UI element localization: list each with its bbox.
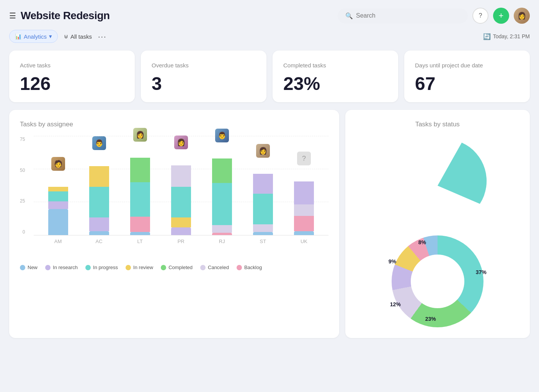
x-label-st: ST bbox=[253, 238, 273, 244]
avatar-uk: ? bbox=[297, 152, 311, 165]
bar-pr-inprogress bbox=[171, 187, 191, 217]
avatar-rj: 👨 bbox=[215, 129, 229, 142]
bar-st-canceled bbox=[253, 224, 273, 232]
bar-rj-canceled bbox=[212, 225, 232, 233]
legend-label-canceled: Canceled bbox=[208, 265, 229, 270]
analytics-icon: 📊 bbox=[15, 33, 21, 39]
x-label-ac: AC bbox=[89, 238, 109, 244]
avatar-lt: 👩 bbox=[133, 128, 147, 142]
sync-info: 🔄 Today, 2:31 PM bbox=[483, 33, 530, 40]
bar-chart-title: Tasks by assignee bbox=[20, 121, 328, 128]
bar-group-st: 👩 bbox=[253, 158, 273, 235]
bar-ac-new bbox=[89, 231, 109, 235]
bar-chart-card: Tasks by assignee 75 50 25 0 bbox=[9, 110, 339, 338]
bar-group-pr: 👩 bbox=[171, 150, 191, 235]
legend-new: New bbox=[20, 265, 38, 270]
charts-grid: Tasks by assignee 75 50 25 0 bbox=[9, 110, 530, 338]
bar-group-rj: 👨 bbox=[212, 143, 232, 235]
bar-stack-pr bbox=[171, 165, 191, 235]
y-label-50: 50 bbox=[20, 168, 25, 173]
header-right: 🔍 ? + 👩 bbox=[338, 8, 530, 24]
bar-stack-ac bbox=[89, 166, 109, 235]
search-bar[interactable]: 🔍 bbox=[338, 8, 468, 23]
donut-chart bbox=[388, 136, 487, 235]
bar-ac-inprogress bbox=[89, 187, 109, 217]
stat-card-completed: Completed tasks 23% bbox=[273, 51, 398, 102]
analytics-label: Analytics bbox=[24, 33, 47, 40]
bar-lt-new bbox=[130, 232, 150, 235]
analytics-button[interactable]: 📊 Analytics ▾ bbox=[9, 30, 58, 43]
bar-st-inresearch bbox=[253, 174, 273, 194]
search-icon: 🔍 bbox=[345, 12, 353, 20]
bar-stack-am bbox=[48, 187, 68, 235]
donut-label-completed: 23% bbox=[425, 316, 436, 322]
legend-dot-inresearch bbox=[45, 265, 51, 270]
stats-grid: Active tasks 126 Overdue tasks 3 Complet… bbox=[9, 51, 530, 102]
avatar-am: 🧑 bbox=[51, 157, 65, 171]
bar-rj-backlog bbox=[212, 233, 232, 235]
donut-label-inreview: 8% bbox=[418, 239, 426, 245]
more-button[interactable]: ··· bbox=[98, 32, 107, 41]
x-label-pr: PR bbox=[171, 238, 191, 244]
help-button[interactable]: ? bbox=[472, 8, 488, 24]
app-container: ☰ Website Redesign 🔍 ? + 👩 📊 Analytics bbox=[0, 0, 539, 392]
y-label-25: 25 bbox=[20, 198, 25, 204]
y-label-75: 75 bbox=[20, 137, 25, 142]
bar-am-inresearch bbox=[48, 201, 68, 209]
search-input[interactable] bbox=[356, 12, 460, 19]
stat-value-completed: 23% bbox=[283, 75, 387, 93]
sync-icon: 🔄 bbox=[483, 33, 491, 40]
bar-uk-backlog bbox=[294, 216, 314, 231]
x-labels: AM AC LT PR RJ ST UK bbox=[34, 235, 328, 244]
x-label-am: AM bbox=[48, 238, 68, 244]
stat-value-active: 126 bbox=[20, 75, 124, 93]
bar-chart-container: 75 50 25 0 bbox=[20, 136, 328, 258]
sync-time: Today, 2:31 PM bbox=[493, 33, 530, 39]
stat-label-active: Active tasks bbox=[20, 61, 124, 69]
donut-label-canceled: 12% bbox=[390, 301, 401, 307]
bar-am-new bbox=[48, 209, 68, 235]
x-label-lt: LT bbox=[130, 238, 150, 244]
filter-label: All tasks bbox=[70, 33, 92, 40]
bar-stack-uk bbox=[294, 181, 314, 235]
toolbar-left: 📊 Analytics ▾ ⊍ All tasks ··· bbox=[9, 30, 107, 43]
legend-canceled: Canceled bbox=[200, 265, 229, 270]
filter-button[interactable]: ⊍ All tasks bbox=[64, 33, 92, 40]
filter-icon: ⊍ bbox=[64, 33, 68, 40]
stat-card-active: Active tasks 126 bbox=[9, 51, 135, 102]
bar-group-uk: ? bbox=[294, 166, 314, 235]
bar-am-inprogress bbox=[48, 191, 68, 201]
donut-chart-title: Tasks by status bbox=[415, 121, 460, 128]
legend-dot-backlog bbox=[237, 265, 242, 270]
bar-rj-inprogress bbox=[212, 183, 232, 225]
bar-pr-canceled bbox=[171, 165, 191, 187]
menu-icon[interactable]: ☰ bbox=[9, 11, 16, 20]
bar-pr-inresearch bbox=[171, 227, 191, 235]
y-label-0: 0 bbox=[23, 229, 25, 235]
bar-group-ac: 👨 bbox=[89, 151, 109, 235]
bar-lt-backlog bbox=[130, 217, 150, 232]
bar-group-lt: 👩 bbox=[130, 142, 150, 235]
stat-label-overdue: Overdue tasks bbox=[152, 61, 256, 69]
legend-label-inreview: In review bbox=[133, 265, 153, 270]
donut-hole bbox=[411, 255, 464, 308]
legend-dot-completed bbox=[161, 265, 166, 270]
bar-pr-inreview bbox=[171, 217, 191, 227]
legend-inprogress: In progress bbox=[85, 265, 118, 270]
donut-label-inresearch: 9% bbox=[389, 258, 396, 265]
legend-dot-new bbox=[20, 265, 25, 270]
help-icon: ? bbox=[479, 12, 482, 19]
user-avatar[interactable]: 👩 bbox=[514, 8, 530, 24]
x-label-rj: RJ bbox=[212, 238, 232, 244]
stat-value-overdue: 3 bbox=[152, 75, 256, 93]
bar-stack-st bbox=[253, 174, 273, 235]
chevron-down-icon: ▾ bbox=[49, 33, 52, 40]
toolbar: 📊 Analytics ▾ ⊍ All tasks ··· 🔄 Today, 2… bbox=[9, 30, 530, 43]
legend-label-new: New bbox=[28, 265, 38, 270]
avatar-ac: 👨 bbox=[92, 136, 106, 150]
bar-st-inprogress bbox=[253, 194, 273, 224]
bar-stack-lt bbox=[130, 158, 150, 235]
add-button[interactable]: + bbox=[493, 8, 509, 24]
stat-label-days: Days until project due date bbox=[415, 61, 519, 69]
legend-label-backlog: Backlog bbox=[244, 265, 262, 270]
